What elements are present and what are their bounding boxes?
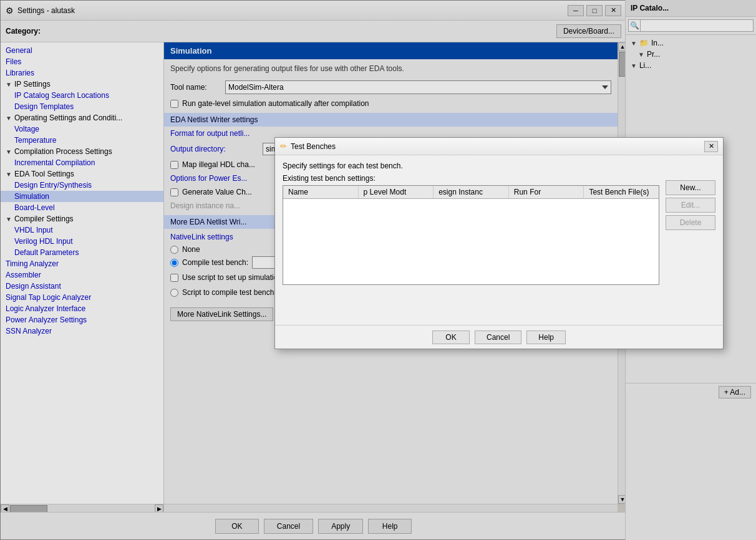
modal-ok-button[interactable]: OK [432,330,470,344]
modal-close-button[interactable]: ✕ [704,141,718,152]
modal-help-button[interactable]: Help [526,330,566,344]
modal-body: Specify settings for each test bench. Ex… [275,155,723,291]
delete-button[interactable]: Delete [666,215,715,230]
modal-right-panel: New... Edit... Delete [666,162,715,285]
modal-pencil-icon: ✏ [280,142,287,151]
col-p-level: p Level Modt [359,186,434,198]
modal-title: Test Benches [291,142,336,151]
new-button[interactable]: New... [666,180,715,195]
edit-button[interactable]: Edit... [666,198,715,213]
modal-title-bar: ✏ Test Benches ✕ [275,138,723,155]
modal-table-body [283,199,659,280]
modal-table: Name p Level Modt esign Instanc Run For … [283,185,659,285]
modal-cancel-button[interactable]: Cancel [475,330,521,344]
modal-description: Specify settings for each test bench. [283,162,659,170]
modal-existing-label: Existing test bench settings: [283,174,659,183]
col-run-for: Run For [509,186,584,198]
modal-left-panel: Specify settings for each test bench. Ex… [283,162,659,285]
modal-footer: OK Cancel Help [275,325,723,349]
modal-table-header: Name p Level Modt esign Instanc Run For … [283,186,659,199]
col-design-instance: esign Instanc [434,186,509,198]
col-name: Name [283,186,359,198]
modal-title-left: ✏ Test Benches [280,142,336,151]
modal-overlay: ✏ Test Benches ✕ Specify settings for ea… [0,0,756,540]
test-benches-modal: ✏ Test Benches ✕ Specify settings for ea… [274,137,724,349]
col-tb-files: Test Bench File(s) [584,186,659,198]
